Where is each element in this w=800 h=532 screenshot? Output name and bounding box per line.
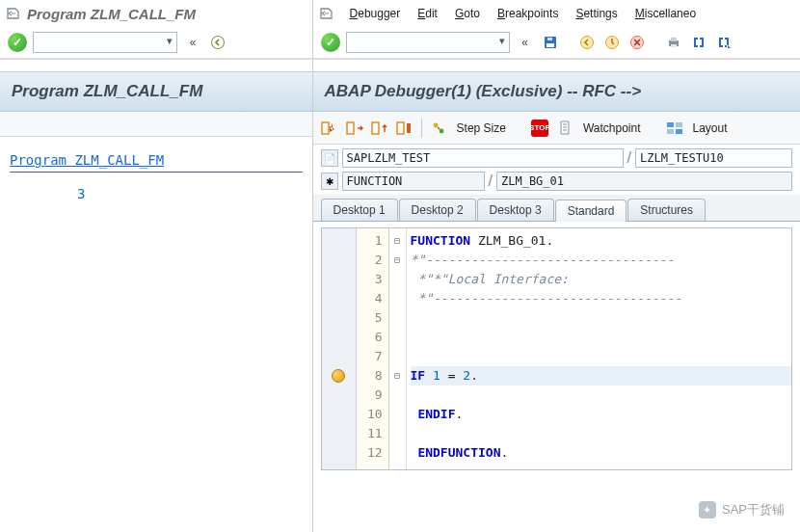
continue-icon[interactable] (396, 120, 413, 137)
tabstrip: Desktop 1 Desktop 2 Desktop 3 Standard S… (313, 195, 800, 222)
step-out-icon[interactable] (371, 120, 388, 137)
slash: / (627, 149, 631, 167)
menu-edit[interactable]: Edit (417, 7, 438, 20)
chevrons-left-icon[interactable]: « (183, 33, 202, 52)
svg-rect-8 (671, 38, 677, 41)
svg-rect-19 (667, 129, 674, 134)
watchpoint-icon[interactable] (556, 120, 573, 137)
object-icon[interactable]: 📄 (321, 149, 338, 167)
breakpoint-icon[interactable] (332, 369, 345, 383)
nav-cancel-icon[interactable] (627, 33, 647, 52)
event-type-field (342, 172, 485, 191)
linenum-gutter: 123456789101112 (357, 228, 389, 469)
window-icon (319, 6, 334, 21)
svg-point-0 (212, 37, 225, 49)
print-icon[interactable] (664, 33, 683, 52)
svg-rect-13 (372, 122, 379, 134)
program-link[interactable]: Program ZLM_CALL_FM (10, 152, 164, 168)
svg-rect-14 (397, 122, 404, 134)
nav-back-icon[interactable] (577, 33, 597, 52)
left-titlebar: Program ZLM_CALL_FM (0, 0, 312, 27)
step-size-icon[interactable] (430, 120, 447, 137)
menu-breakpoints[interactable]: Breakpoints (497, 7, 558, 20)
ok-icon[interactable]: ✓ (8, 33, 27, 52)
tab-desktop2[interactable]: Desktop 2 (399, 199, 476, 221)
step-size-label[interactable]: Step Size (457, 121, 506, 135)
right-header-text: ABAP Debugger(1) (Exclusive) -- RFC --> (325, 82, 642, 100)
tab-structures[interactable]: Structures (627, 199, 706, 221)
find-next-icon[interactable] (714, 33, 733, 52)
tab-desktop3[interactable]: Desktop 3 (477, 199, 554, 221)
svg-point-4 (580, 37, 593, 49)
svg-rect-11 (322, 122, 329, 134)
breakpoint-gutter[interactable] (322, 228, 357, 469)
svg-rect-20 (676, 129, 682, 134)
tab-desktop1[interactable]: Desktop 1 (321, 199, 398, 221)
watermark-text: SAP干货铺 (722, 501, 785, 519)
debug-toolbar: Step Size STOP Watchpoint Layout (313, 112, 800, 145)
svg-rect-17 (667, 122, 674, 127)
svg-point-16 (439, 128, 443, 133)
menu-debugger[interactable]: Debugger (350, 7, 401, 20)
include-field[interactable] (635, 148, 792, 168)
ok-icon[interactable]: ✓ (321, 33, 340, 52)
left-header-text: Program ZLM_CALL_FM (12, 82, 202, 100)
menubar: Debugger Edit Goto Breakpoints Settings … (344, 2, 703, 25)
watermark: ✦ SAP干货铺 (699, 501, 785, 519)
left-toolbar: ✓ « (0, 27, 312, 60)
layout-icon[interactable] (666, 120, 683, 137)
right-titlebar: Debugger Edit Goto Breakpoints Settings … (313, 0, 800, 27)
back-icon[interactable] (208, 33, 227, 52)
code-body[interactable]: FUNCTION ZLM_BG_01.*"-------------------… (407, 228, 791, 469)
menu-goto[interactable]: Goto (455, 7, 480, 20)
right-toolbar: ✓ « (313, 27, 800, 60)
menu-settings[interactable]: Settings (575, 7, 617, 20)
window-icon (6, 6, 21, 21)
right-command-field[interactable] (346, 32, 510, 53)
tab-standard[interactable]: Standard (555, 200, 627, 222)
find-icon[interactable] (689, 33, 708, 52)
svg-rect-18 (676, 122, 682, 127)
right-header-bar: ABAP Debugger(1) (Exclusive) -- RFC --> (313, 71, 800, 112)
menu-misc[interactable]: Miscellaneo (635, 7, 696, 20)
left-command-field[interactable] (33, 32, 177, 53)
slash: / (489, 173, 493, 190)
separator (10, 172, 303, 173)
event-icon[interactable]: ✱ (321, 173, 338, 190)
code-editor: 123456789101112 ⊟⊟ ⊟ FUNCTION ZLM_BG_01.… (321, 227, 792, 470)
wechat-icon: ✦ (699, 501, 716, 519)
watchpoint-label[interactable]: Watchpoint (583, 121, 641, 135)
svg-rect-12 (347, 122, 354, 134)
chevrons-left-icon[interactable]: « (516, 33, 535, 52)
left-header-bar: Program ZLM_CALL_FM (0, 71, 312, 112)
output-value: 3 (10, 186, 303, 201)
program-field[interactable] (342, 148, 624, 168)
step-into-icon[interactable] (321, 120, 338, 137)
svg-point-15 (433, 122, 438, 127)
event-name-field (496, 172, 792, 191)
step-over-icon[interactable] (346, 120, 363, 137)
fold-gutter[interactable]: ⊟⊟ ⊟ (389, 228, 407, 469)
left-window-title: Program ZLM_CALL_FM (27, 6, 196, 22)
svg-rect-2 (547, 43, 554, 47)
stop-icon[interactable]: STOP (531, 120, 548, 137)
layout-label[interactable]: Layout (693, 121, 728, 135)
save-icon[interactable] (541, 33, 560, 52)
svg-rect-3 (547, 38, 552, 40)
svg-rect-9 (671, 44, 677, 47)
nav-exit-icon[interactable] (602, 33, 622, 52)
